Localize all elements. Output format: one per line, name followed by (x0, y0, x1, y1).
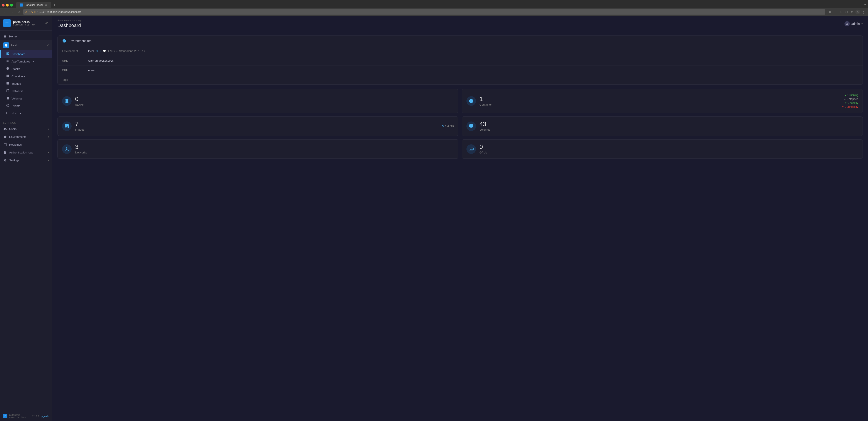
sidebar-item-home[interactable]: Home (0, 32, 52, 40)
home-label: Home (9, 35, 17, 38)
sidebar-item-settings[interactable]: Settings ▾ (0, 156, 52, 164)
content-body: Environment info Environment local ⬡ 2 💬… (52, 31, 868, 421)
traffic-lights (2, 4, 13, 6)
split-view-button[interactable]: ⊟ (850, 9, 855, 14)
url-display: 10.0.0.16:9000/#!/2/docker/dashboard (37, 10, 82, 13)
stacks-icon (6, 67, 9, 71)
env-value-url: /var/run/docker.sock (88, 59, 114, 62)
forward-button[interactable]: → (9, 9, 14, 14)
sidebar-item-users[interactable]: Users ▾ (0, 125, 52, 133)
environments-icon (3, 135, 7, 139)
share-button[interactable]: ↑ (833, 9, 838, 14)
auth-logs-icon (3, 150, 7, 154)
refresh-button[interactable]: ↺ (16, 9, 21, 14)
containers-label: Containers (11, 75, 25, 78)
svg-rect-2 (6, 76, 8, 77)
sidebar-item-stacks[interactable]: Stacks (0, 65, 52, 72)
upgrade-link[interactable]: Upgrade (40, 415, 49, 418)
user-menu[interactable]: admin ▾ (844, 21, 863, 26)
maximize-button[interactable] (10, 4, 13, 6)
extensions-button[interactable]: ⬡ (844, 9, 849, 14)
sidebar-footer: P portainer.io Community Edition 2.15.0 … (0, 411, 52, 421)
users-chevron: ▾ (48, 128, 49, 130)
stat-card-gpus[interactable]: 0 GPUs (462, 139, 863, 159)
images-icon (6, 82, 9, 86)
containers-stat-info: 1 Container (479, 96, 839, 106)
images-size-value: 1.4 GB (445, 124, 454, 128)
window-controls[interactable]: ⌃ (863, 3, 866, 7)
menu-button[interactable]: ⋮ (861, 9, 866, 14)
env-close-button[interactable]: ✕ (46, 43, 49, 47)
env-info-body: Environment local ⬡ 2 💬 1.9 GB - Standal… (58, 47, 863, 85)
app-templates-icon (6, 59, 9, 63)
back-button[interactable]: ← (2, 9, 7, 14)
sidebar-item-containers[interactable]: Containers (0, 72, 52, 80)
tab-favicon (20, 3, 23, 6)
sidebar-item-networks[interactable]: Networks (0, 87, 52, 95)
logo-icon (3, 19, 11, 27)
sidebar-item-app-templates[interactable]: App Templates ▾ (0, 58, 52, 65)
translate-button[interactable]: ⊞ (827, 9, 832, 14)
env-label-environment: Environment (62, 50, 88, 53)
sidebar-item-auth-logs[interactable]: Authentication logs ▾ (0, 148, 52, 156)
networks-stat-icon (62, 144, 72, 154)
env-icon (3, 42, 9, 48)
sidebar-item-dashboard[interactable]: Dashboard (0, 50, 52, 58)
stat-card-networks[interactable]: 3 Networks (58, 139, 458, 159)
containers-count: 1 (479, 96, 839, 102)
sidebar-item-environments[interactable]: Environments ▾ (0, 133, 52, 141)
app-container: portainer.io COMMUNITY EDITION ≪ Home lo… (0, 16, 868, 421)
nav-divider (0, 118, 52, 118)
stat-card-containers[interactable]: 1 Container ● 1 running ● 0 stopped (462, 89, 863, 113)
stacks-label: Stacks (75, 103, 454, 106)
tab-close-button[interactable]: ✕ (44, 3, 48, 6)
home-icon (3, 34, 7, 38)
stat-card-stacks[interactable]: 0 Stacks (58, 89, 458, 113)
profile-button[interactable]: A (856, 9, 860, 14)
images-count: 7 (75, 121, 438, 127)
stat-card-volumes[interactable]: 43 Volumes (462, 117, 863, 136)
registries-icon (3, 143, 7, 147)
security-icon: ⚠ (25, 11, 27, 13)
containers-stat-extra: ● 1 running ● 0 stopped ♥ 0 healthy ♥ (842, 94, 858, 109)
minimize-button[interactable] (6, 4, 9, 6)
sidebar-item-volumes[interactable]: Volumes (0, 95, 52, 102)
svg-point-8 (68, 150, 69, 151)
sidebar-item-registries[interactable]: Registries (0, 141, 52, 148)
user-avatar (844, 21, 850, 26)
collapse-sidebar-button[interactable]: ≪ (43, 20, 49, 26)
app-templates-label: App Templates (11, 60, 30, 63)
footer-text: portainer.io Community Edition (9, 414, 26, 418)
sidebar-env-local[interactable]: local ✕ (0, 40, 52, 50)
stat-card-images[interactable]: 7 Images ⊙ 1.4 GB (58, 117, 458, 136)
gpus-label: GPUs (479, 151, 858, 154)
gpus-count: 0 (479, 144, 858, 150)
content-header: Environment summary Dashboard admin ▾ (52, 16, 868, 31)
bookmark-button[interactable]: ☆ (838, 9, 843, 14)
logo-edition: COMMUNITY EDITION (13, 24, 35, 26)
sidebar-item-events[interactable]: Events (0, 102, 52, 110)
stacks-count: 0 (75, 96, 454, 102)
address-bar[interactable]: ⚠ 不安全 10.0.0.16:9000/#!/2/docker/dashboa… (23, 9, 825, 14)
sidebar-item-host[interactable]: Host ▾ (0, 110, 52, 117)
sidebar-item-images[interactable]: Images (0, 80, 52, 87)
active-tab[interactable]: Portainer | local ✕ (16, 2, 51, 8)
svg-line-10 (65, 150, 67, 150)
breadcrumb: Environment summary (58, 19, 82, 22)
user-menu-chevron: ▾ (862, 23, 863, 25)
containers-running: ● 1 running (845, 94, 858, 97)
svg-rect-1 (8, 75, 9, 76)
env-row-gpu: GPU none (58, 65, 863, 75)
mem-icon: 💬 (103, 50, 106, 53)
new-tab-button[interactable]: + (52, 2, 57, 8)
env-extra: 1.9 GB - Standalone 20.10.17 (108, 50, 145, 53)
svg-point-6 (66, 147, 67, 148)
close-button[interactable] (2, 4, 5, 6)
env-label-gpu: GPU (62, 68, 88, 72)
containers-healthy: ♥ 0 healthy (845, 101, 858, 104)
dashboard-label: Dashboard (11, 53, 26, 56)
images-label: Images (75, 128, 438, 131)
settings-label: Settings (9, 159, 19, 162)
env-info-card: Environment info Environment local ⬡ 2 💬… (58, 35, 863, 85)
settings-icon (3, 158, 7, 162)
